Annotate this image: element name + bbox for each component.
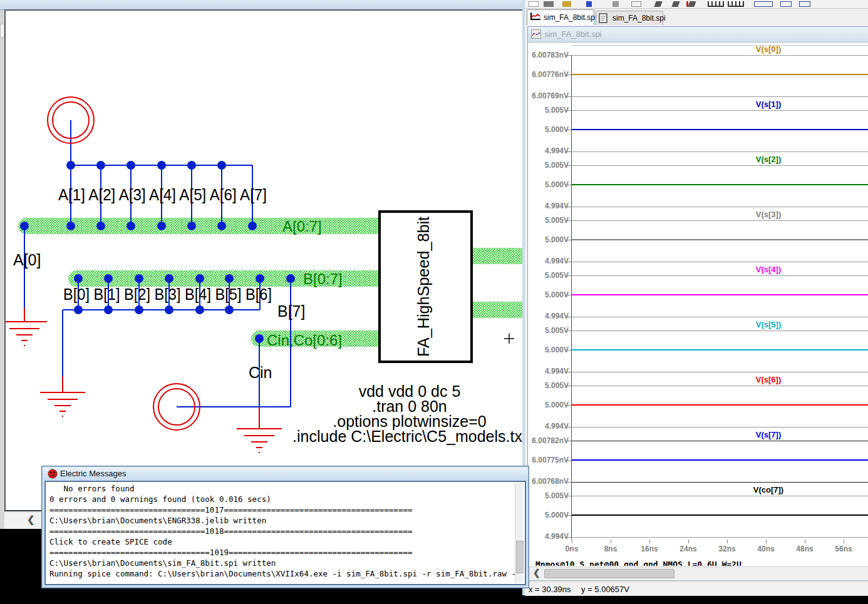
waveform-pane-V(s[1])[interactable]: V(s[1])5.005V5.000V4.994V <box>529 99 868 154</box>
toolbar-cursor-icon[interactable] <box>688 1 696 7</box>
pane-gridline <box>571 110 868 111</box>
trace-line[interactable] <box>572 459 868 461</box>
trace-label[interactable]: V(co[7]) <box>753 485 783 494</box>
waveform-pane-V(s[6])[interactable]: V(s[6])5.005V5.000V4.994V <box>529 374 868 429</box>
tab-waveform-sim-fa-8bit[interactable]: sim_FA_8bit.spi <box>527 9 594 25</box>
ground-symbol[interactable] <box>237 429 282 453</box>
pane-gridline <box>571 317 868 317</box>
toolbar-icon-fragment[interactable] <box>631 1 641 7</box>
trace-label[interactable]: V(s[6]) <box>756 375 781 384</box>
y-axis-label: 5.000V <box>529 511 569 520</box>
waveform-pane-V(s[2])[interactable]: V(s[2])5.005V5.000V4.994V <box>529 154 868 209</box>
trace-line[interactable] <box>572 404 868 406</box>
trace-line[interactable] <box>572 514 868 516</box>
toolbar-icon-fragment[interactable] <box>529 1 539 7</box>
x-axis-label: 48ns <box>791 545 819 553</box>
console-line: 0 errors and 0 warnings found (took 0.01… <box>49 494 526 504</box>
y-axis-label: 5.005V <box>529 271 569 280</box>
pane-gridline <box>571 441 868 441</box>
trace-line[interactable] <box>572 294 868 295</box>
console-line: ==================================1019==… <box>49 547 526 558</box>
tab-netlist-sim-fa-8bit[interactable]: sim_FA_8bit.spi <box>596 11 663 25</box>
trace-line[interactable] <box>572 129 868 130</box>
scrollbar-thumb[interactable] <box>544 569 674 578</box>
console-line: Click to create SPICE code <box>49 536 526 547</box>
waveform-pane-V(s[0])[interactable]: V(s[0])6.00783nV6.00776nV6.00769nV <box>529 44 868 99</box>
x-axis-label: 16ns <box>636 545 663 553</box>
trace-line[interactable] <box>572 184 868 185</box>
waveform-pane-V(s[5])[interactable]: V(s[5])5.005V5.000V4.994V <box>529 319 868 374</box>
pane-gridline <box>571 151 868 152</box>
waveform-pane-V(s[4])[interactable]: V(s[4])5.005V5.000V4.994V <box>529 264 868 319</box>
y-axis-label: 5.000V <box>529 180 569 189</box>
trace-label[interactable]: V(s[7]) <box>756 430 781 439</box>
waveform-pane-V(s[3])[interactable]: V(s[3])5.005V5.000V4.994V <box>529 209 868 264</box>
toolbar-icon-fragment[interactable] <box>612 1 619 7</box>
messages-vertical-scrollbar[interactable] <box>515 483 524 583</box>
cursor-x-readout: x = 30.39ns <box>529 585 571 594</box>
messages-console[interactable]: No errors found0 errors and 0 warnings f… <box>44 481 526 585</box>
electric-messages-window: Electric Messages No errors found0 error… <box>41 466 529 588</box>
pane-gridline <box>571 537 868 538</box>
trace-label[interactable]: V(s[5]) <box>756 320 781 329</box>
left-rail-widget[interactable] <box>0 24 4 38</box>
netlist-preview-row[interactable]: Mnmos@10 S net@00 gnd gnd NMOS L=0.6U W=… <box>528 560 868 566</box>
y-axis-label: 6.00775nV <box>529 456 569 464</box>
toolbar-icon-fragment[interactable] <box>586 1 592 7</box>
b7-label: B[7] <box>277 302 305 320</box>
ltspice-window: sim_FA_8bit.spi sim_FA_8bit.spi <box>522 0 868 595</box>
console-line: =================================1017===… <box>49 504 526 515</box>
x-tick <box>572 540 572 543</box>
pane-gridline <box>571 207 868 207</box>
x-tick <box>649 540 650 543</box>
toolbar-cursor-icon[interactable] <box>654 1 662 7</box>
x-axis-label: 0ns <box>558 545 586 553</box>
trace-label[interactable]: V(s[2]) <box>756 155 781 164</box>
y-axis-label: 5.005V <box>529 491 569 500</box>
waveform-window-titlebar[interactable]: sim_FA_8bit.spi <box>528 27 868 43</box>
trace-line[interactable] <box>572 74 868 75</box>
toolbar-window-icon[interactable] <box>799 1 810 7</box>
trace-label[interactable]: V(s[4]) <box>756 265 781 274</box>
toolbar-icon-fragment[interactable] <box>544 1 554 7</box>
ltspice-tab-bar: sim_FA_8bit.spi sim_FA_8bit.spi <box>525 9 868 25</box>
toolbar-cursor-icon[interactable] <box>671 1 679 7</box>
trace-line[interactable] <box>572 349 868 351</box>
x-tick <box>727 540 728 543</box>
spice-line-4: .include C:\Electric\C5_models.txt <box>292 427 522 445</box>
trace-label[interactable]: V(s[3]) <box>756 210 781 219</box>
waveform-horizontal-scrollbar[interactable]: ❮ <box>529 566 868 580</box>
pane-gridline <box>571 330 868 331</box>
schematic-canvas[interactable]: FA_HighSpeed_8bit A[1] A[2] A[3] A[4] A[… <box>4 9 522 510</box>
trace-label[interactable]: V(s[1]) <box>756 100 781 109</box>
waveform-window-title: sim_FA_8bit.spi <box>544 29 602 39</box>
toolbar-icon-fragment[interactable] <box>562 1 571 7</box>
toolbar-cursor-icon[interactable] <box>686 1 688 7</box>
scroll-left-arrow-icon[interactable]: ❮ <box>27 514 35 525</box>
scrollbar-thumb[interactable] <box>516 541 524 573</box>
toolbar-axis-icon[interactable] <box>708 1 724 7</box>
netlist-line: Mnmos@10 S net@00 gnd gnd NMOS L=0.6U W=… <box>535 560 741 566</box>
x-axis-label: 40ns <box>752 545 780 553</box>
pane-gridline <box>571 496 868 496</box>
trace-label[interactable]: V(s[0]) <box>756 44 781 54</box>
x-tick <box>766 540 767 543</box>
cin-label: Cin <box>249 364 272 381</box>
toolbar-window-icon[interactable] <box>754 1 773 7</box>
trace-line[interactable] <box>572 239 868 240</box>
pane-gridline <box>571 55 868 56</box>
toolbar-window-icon[interactable] <box>780 1 792 7</box>
ground-symbol[interactable] <box>40 392 85 417</box>
scroll-left-arrow-icon[interactable]: ❮ <box>533 568 540 578</box>
toolbar-axis-icon[interactable] <box>728 1 744 7</box>
waveform-plot-icon <box>530 12 541 24</box>
schematic-drawing[interactable]: FA_HighSpeed_8bit A[1] A[2] A[3] A[4] A[… <box>6 11 522 510</box>
waveform-pane-V(s[7])[interactable]: V(s[7])6.00782nV6.00775nV6.00768nV <box>529 429 868 484</box>
ground-symbol[interactable] <box>6 322 47 346</box>
y-axis-label: 5.000V <box>529 401 569 409</box>
waveform-plot-area[interactable]: V(s[0])6.00783nV6.00776nV6.00769nVV(s[1]… <box>529 43 868 559</box>
waveform-pane-V(co[7])[interactable]: V(co[7])5.005V5.000V4.994V <box>529 484 868 540</box>
messages-titlebar[interactable]: Electric Messages <box>43 467 528 480</box>
ltspice-toolbar[interactable] <box>525 0 868 9</box>
x-axis-label: 8ns <box>597 545 624 553</box>
